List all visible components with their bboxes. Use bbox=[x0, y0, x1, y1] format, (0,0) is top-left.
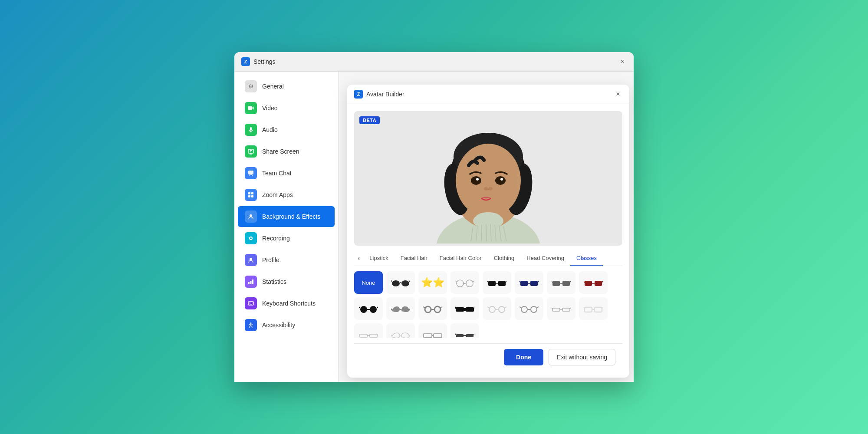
star-glasses-emoji: ⭐⭐ bbox=[421, 277, 444, 288]
tab-clothing[interactable]: Clothing bbox=[488, 251, 521, 266]
svg-line-58 bbox=[455, 281, 457, 282]
light-round-svg bbox=[487, 304, 506, 313]
avatar-figure bbox=[406, 113, 571, 243]
svg-point-33 bbox=[456, 144, 521, 217]
share-screen-icon bbox=[245, 145, 257, 158]
sidebar-item-recording[interactable]: Recording bbox=[238, 228, 335, 249]
svg-point-37 bbox=[500, 178, 503, 181]
glasses-item-navy-rect[interactable] bbox=[515, 271, 543, 294]
svg-point-56 bbox=[466, 280, 473, 287]
general-icon: ⚙ bbox=[245, 80, 257, 92]
glasses-row-1: None bbox=[354, 271, 622, 294]
sidebar-item-accessibility[interactable]: Accessibility bbox=[238, 315, 335, 335]
svg-line-45 bbox=[486, 224, 487, 241]
sidebar-item-profile[interactable]: Profile bbox=[238, 250, 335, 270]
sidebar-label-background-effects: Background & Effects bbox=[262, 213, 320, 220]
sidebar-item-zoom-apps[interactable]: Zoom Apps bbox=[238, 184, 335, 205]
glasses-item-dark-rect[interactable] bbox=[483, 271, 511, 294]
navy-rect-svg bbox=[519, 278, 539, 287]
sidebar-item-video[interactable]: Video bbox=[238, 98, 335, 118]
glasses-item-dark-aviator[interactable] bbox=[386, 271, 415, 294]
svg-line-129 bbox=[423, 334, 424, 335]
sidebar-label-profile: Profile bbox=[262, 256, 279, 263]
sidebar-item-share-screen[interactable]: Share Screen bbox=[238, 141, 335, 162]
tabs-prev-button[interactable]: ‹ bbox=[354, 251, 363, 266]
keyboard-shortcuts-icon bbox=[245, 297, 257, 309]
glasses-item-gray-round3[interactable] bbox=[515, 297, 543, 320]
exit-without-saving-button[interactable]: Exit without saving bbox=[549, 349, 615, 365]
svg-point-23 bbox=[250, 322, 252, 324]
background-effects-icon bbox=[245, 210, 257, 223]
tab-facial-hair[interactable]: Facial Hair bbox=[395, 251, 434, 266]
glasses-item-light-round[interactable] bbox=[483, 297, 511, 320]
sidebar-item-background-effects[interactable]: Background & Effects bbox=[238, 206, 335, 227]
svg-point-99 bbox=[499, 306, 505, 312]
glasses-item-black-round[interactable] bbox=[354, 297, 383, 320]
svg-point-14 bbox=[250, 258, 252, 260]
tab-lipstick[interactable]: Lipstick bbox=[363, 251, 394, 266]
sidebar-item-team-chat[interactable]: Team Chat bbox=[238, 163, 335, 184]
glasses-grid: None bbox=[354, 271, 622, 338]
glasses-item-round-thin[interactable] bbox=[450, 271, 479, 294]
svg-rect-113 bbox=[585, 307, 592, 312]
svg-rect-0 bbox=[248, 106, 252, 110]
gray-rect-svg bbox=[552, 278, 571, 287]
avatar-close-button[interactable]: × bbox=[614, 90, 622, 99]
avatar-tabs: ‹ Lipstick Facial Hair Facial Hair Color… bbox=[354, 251, 622, 266]
svg-point-89 bbox=[434, 306, 441, 312]
svg-point-34 bbox=[471, 176, 481, 185]
svg-rect-127 bbox=[434, 334, 442, 338]
glasses-item-white-rect[interactable] bbox=[579, 297, 608, 320]
avatar-footer: Done Exit without saving bbox=[354, 343, 622, 371]
svg-rect-21 bbox=[252, 303, 253, 304]
svg-line-79 bbox=[602, 281, 603, 283]
svg-rect-20 bbox=[250, 303, 251, 304]
glasses-item-gray-cat[interactable] bbox=[386, 297, 415, 320]
glasses-item-slim-gray[interactable] bbox=[547, 297, 575, 320]
tab-head-covering[interactable]: Head Covering bbox=[520, 251, 570, 266]
settings-close-button[interactable]: × bbox=[618, 57, 627, 66]
glasses-item-star[interactable]: ⭐⭐ bbox=[418, 271, 447, 294]
sidebar-item-statistics[interactable]: Statistics bbox=[238, 271, 335, 292]
glasses-item-none[interactable]: None bbox=[354, 271, 383, 294]
round-thin-svg bbox=[455, 278, 474, 287]
svg-line-84 bbox=[377, 307, 378, 308]
svg-rect-17 bbox=[252, 279, 253, 284]
svg-rect-94 bbox=[466, 307, 474, 312]
svg-rect-61 bbox=[498, 281, 506, 286]
settings-title-left: Z Settings bbox=[241, 57, 276, 66]
gray-cat-svg bbox=[391, 304, 410, 313]
beta-badge: BETA bbox=[359, 116, 380, 124]
avatar-title: Avatar Builder bbox=[366, 91, 404, 98]
sidebar-item-audio[interactable]: Audio bbox=[238, 119, 335, 140]
main-content: Z Avatar Builder × BETA bbox=[339, 72, 634, 382]
glasses-item-black-wide[interactable] bbox=[450, 297, 479, 320]
avatar-title-left: Z Avatar Builder bbox=[354, 90, 404, 99]
glasses-item-light-cat[interactable] bbox=[386, 323, 415, 338]
settings-title: Settings bbox=[253, 58, 276, 65]
svg-rect-109 bbox=[562, 308, 570, 311]
svg-rect-60 bbox=[488, 281, 496, 286]
black-round-svg bbox=[359, 304, 378, 313]
glasses-item-gray-round2[interactable] bbox=[418, 297, 447, 320]
glasses-item-red-rect[interactable] bbox=[579, 271, 608, 294]
profile-icon bbox=[245, 254, 257, 266]
svg-rect-15 bbox=[248, 282, 250, 284]
sidebar-item-keyboard-shortcuts[interactable]: Keyboard Shortcuts bbox=[238, 293, 335, 314]
glasses-item-gray-rect[interactable] bbox=[547, 271, 575, 294]
done-button[interactable]: Done bbox=[504, 349, 543, 365]
svg-rect-8 bbox=[251, 192, 253, 194]
glasses-item-reading[interactable] bbox=[354, 323, 383, 338]
tab-facial-hair-color[interactable]: Facial Hair Color bbox=[434, 251, 488, 266]
glasses-item-gray-wide[interactable] bbox=[418, 323, 447, 338]
sidebar-label-team-chat: Team Chat bbox=[262, 170, 292, 177]
sidebar-label-recording: Recording bbox=[262, 235, 290, 242]
svg-rect-76 bbox=[595, 281, 602, 286]
video-icon bbox=[245, 102, 257, 114]
accessibility-icon bbox=[245, 319, 257, 331]
sidebar-item-general[interactable]: ⚙ General bbox=[238, 76, 335, 97]
svg-rect-126 bbox=[424, 334, 432, 338]
tab-glasses[interactable]: Glasses bbox=[570, 251, 603, 266]
svg-rect-118 bbox=[360, 334, 367, 337]
glasses-item-dark-slim[interactable] bbox=[450, 323, 479, 338]
